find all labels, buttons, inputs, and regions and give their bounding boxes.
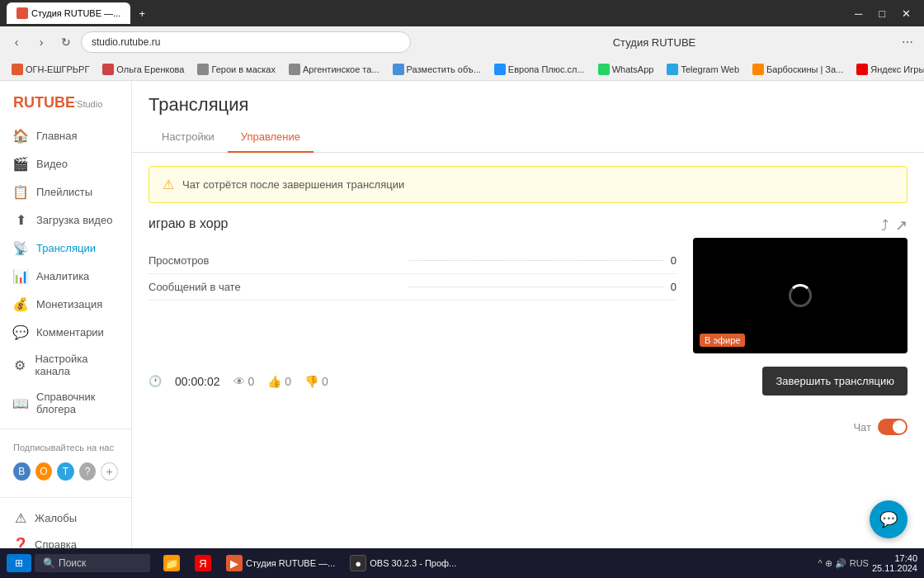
obs-label: OBS 30.2.3 - Проф...	[370, 558, 456, 568]
taskbar-rutube[interactable]: ▶ Студия RUTUBE —...	[219, 552, 342, 575]
maximize-button[interactable]: □	[872, 7, 892, 20]
browser-nav: ‹ › ↻ studio.rutube.ru Студия RUTUBE ⋯	[0, 26, 924, 58]
stat-label-messages: Сообщений в чате	[148, 281, 403, 293]
search-icon: 🔍	[43, 557, 55, 569]
yandex-icon: Я	[195, 555, 211, 571]
stat-value-messages: 0	[671, 281, 676, 293]
sidebar-item-complaints[interactable]: ⚠ Жалобы	[0, 505, 131, 531]
eye-icon: 👁	[233, 375, 245, 388]
open-external-button[interactable]: ↗	[895, 216, 908, 235]
bookmark-icon	[393, 64, 404, 75]
bookmark-icon	[752, 64, 764, 75]
tab-settings[interactable]: Настройки	[148, 122, 228, 153]
close-button[interactable]: ✕	[895, 7, 917, 20]
forward-button[interactable]: ›	[31, 32, 51, 52]
sidebar-item-monetization[interactable]: 💰 Монетизация	[0, 290, 131, 318]
sidebar-item-video[interactable]: 🎬 Видео	[0, 149, 131, 178]
sidebar-bottom-label: Справка	[35, 538, 77, 549]
taskbar-obs[interactable]: ● OBS 30.2.3 - Проф...	[343, 552, 463, 575]
new-tab-button[interactable]: +	[132, 3, 152, 23]
bookmark-whatsapp[interactable]: WhatsApp	[593, 62, 659, 77]
ok-social-icon[interactable]: О	[35, 462, 53, 481]
sidebar-bottom: ⚠ Жалобы ❓ Справка ✉ Связаться с нами	[0, 484, 131, 548]
live-badge: В эфире	[700, 334, 745, 347]
stat-row-messages: Сообщений в чате 0	[148, 274, 676, 301]
taskbar: ⊞ 🔍 Поиск 📁 Я ▶ Студия RUTUBE —... ● OBS…	[0, 548, 924, 578]
minimize-button[interactable]: ─	[848, 7, 869, 20]
app-layout: RUTUBE'Studio 🏠 Главная 🎬 Видео 📋 Плейли…	[0, 81, 924, 548]
bookmark-europa[interactable]: Европа Плюс.сл...	[489, 62, 590, 77]
player-actions: ⤴ ↗	[693, 216, 908, 235]
sidebar-item-home[interactable]: 🏠 Главная	[0, 121, 131, 149]
warning-box: ⚠ Чат сотрётся после завершения трансляц…	[148, 166, 908, 203]
tab-label: Студия RUTUBE —...	[31, 8, 120, 18]
viewers-count: 0	[248, 375, 255, 388]
bookmark-icon	[289, 64, 300, 75]
window-controls: ─ □ ✕	[848, 7, 917, 20]
sidebar-item-label: Комментарии	[36, 326, 104, 339]
taskbar-yandex[interactable]: Я	[188, 552, 218, 575]
obs-icon: ●	[350, 555, 366, 571]
sidebar-item-help[interactable]: ❓ Справка	[0, 531, 131, 548]
address-bar[interactable]: studio.rutube.ru	[81, 31, 411, 53]
sidebar-item-analytics[interactable]: 📊 Аналитика	[0, 262, 131, 290]
sidebar-item-streams[interactable]: 📡 Трансляции	[0, 234, 131, 262]
dislikes-count: 0	[322, 375, 328, 388]
clock-time: 17:40	[872, 553, 917, 563]
extensions-button[interactable]: ⋯	[898, 32, 917, 52]
sidebar-divider-2	[0, 497, 131, 498]
end-stream-button[interactable]: Завершить трансляцию	[762, 367, 908, 396]
video-player: В эфире	[693, 238, 908, 353]
bookmark-telegram[interactable]: Telegram Web	[662, 62, 744, 77]
tray-icons: ^ ⊕ 🔊	[818, 558, 846, 569]
start-button[interactable]: ⊞	[7, 554, 31, 572]
stats-section: Просмотров 0 Сообщений в чате 0	[148, 248, 676, 301]
sidebar-item-comments[interactable]: 💬 Комментарии	[0, 318, 131, 346]
bookmark-barboskiny[interactable]: Барбоскины | За...	[747, 62, 848, 77]
taskbar-search[interactable]: 🔍 Поиск	[35, 554, 150, 572]
stream-title: играю в хорр	[148, 216, 676, 231]
tab-label: Настройки	[162, 130, 214, 143]
sidebar-item-label: Настройка канала	[35, 353, 118, 377]
sidebar: RUTUBE'Studio 🏠 Главная 🎬 Видео 📋 Плейли…	[0, 81, 132, 548]
bookmark-razm[interactable]: Разместить объ...	[388, 62, 486, 77]
sidebar-item-label: Видео	[36, 158, 68, 170]
active-tab[interactable]: Студия RUTUBE —...	[7, 2, 130, 24]
bookmark-heroes[interactable]: Герои в масках	[192, 62, 280, 77]
sidebar-item-playlists[interactable]: 📋 Плейлисты	[0, 178, 131, 206]
taskbar-file-explorer[interactable]: 📁	[157, 552, 186, 575]
stat-dots	[409, 260, 663, 261]
vk-social-icon[interactable]: В	[13, 462, 31, 481]
bookmark-arg[interactable]: Аргентинское та...	[284, 62, 384, 77]
video-icon: 🎬	[13, 156, 28, 171]
timer-icon: 🕐	[148, 375, 162, 387]
stream-info: играю в хорр Просмотров 0 Сообщений в ча…	[148, 216, 676, 353]
sidebar-nav: 🏠 Главная 🎬 Видео 📋 Плейлисты ⬆ Загрузка…	[0, 121, 131, 422]
loading-spinner	[789, 284, 812, 307]
float-help-button[interactable]: 💬	[870, 500, 908, 538]
bookmark-icon	[494, 64, 506, 75]
share-button[interactable]: ⤴	[881, 216, 889, 235]
book-icon: 📖	[13, 396, 28, 410]
tab-management[interactable]: Управление	[228, 122, 314, 153]
refresh-button[interactable]: ↻	[56, 32, 76, 52]
bookmark-label: Европа Плюс.сл...	[508, 64, 585, 74]
browser-chrome: Студия RUTUBE —... + ─ □ ✕ ‹ › ↻ studio.…	[0, 0, 924, 58]
bookmark-ogneshg[interactable]: ОГН-ЕШГРЬРГ	[7, 62, 94, 77]
sidebar-item-channel-settings[interactable]: ⚙ Настройка канала	[0, 346, 131, 384]
chat-toggle[interactable]	[878, 419, 908, 435]
sidebar-item-upload[interactable]: ⬆ Загрузка видео	[0, 206, 131, 234]
other-social-icon[interactable]: ?	[79, 462, 97, 481]
bookmark-olga[interactable]: Ольга Еренкова	[97, 62, 189, 77]
sidebar-item-blogger-guide[interactable]: 📖 Справочник блогера	[0, 384, 131, 422]
add-social-icon[interactable]: +	[101, 462, 118, 481]
browser-actions: ⋯	[898, 32, 917, 52]
telegram-social-icon[interactable]: T	[57, 462, 74, 481]
bookmarks-bar: ОГН-ЕШГРЬРГ Ольга Еренкова Герои в маска…	[0, 58, 924, 81]
analytics-icon: 📊	[13, 268, 28, 283]
bookmark-yandex[interactable]: Яндекс Игры –...	[851, 62, 924, 77]
back-button[interactable]: ‹	[7, 32, 26, 52]
complaint-icon: ⚠	[13, 510, 28, 525]
stream-icon: 📡	[13, 240, 28, 255]
bookmark-label: Разместить объ...	[407, 64, 481, 74]
